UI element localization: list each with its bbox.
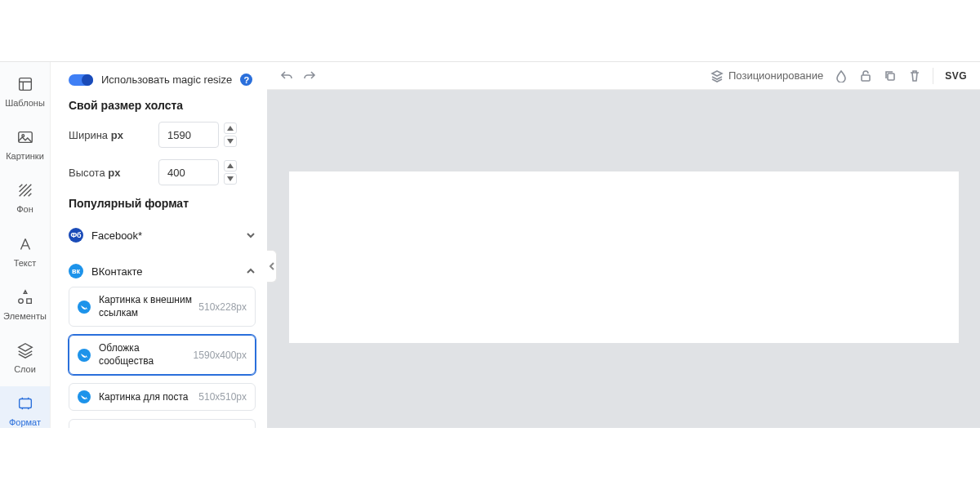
magic-resize-toggle[interactable] [69,74,93,86]
delete-button[interactable] [908,69,921,82]
svg-rect-5 [888,74,894,80]
vk-option-label: Картинка для поста [99,391,192,404]
rail-format-label: Формат [9,417,41,428]
trash-icon [908,69,921,82]
chevron-down-icon [246,230,256,240]
rail-templates-label: Шаблоны [5,98,45,109]
height-input[interactable] [158,159,219,185]
vk-label: ВКонтакте [91,265,246,278]
images-icon [16,128,34,146]
vk-option-dim: 1590x400px [194,350,247,361]
elements-icon [16,288,34,306]
copy-icon [884,69,897,82]
height-step-down[interactable] [224,173,237,185]
unlock-icon [859,69,872,82]
chevron-left-icon [270,262,274,270]
canvas-size-title: Свой размер холста [69,99,256,112]
rail-elements[interactable]: Элементы [0,280,50,333]
vk-option-external-link[interactable]: Картинка к внешним ссылкам 510x228px [69,287,256,327]
height-row: Высота px [69,159,256,185]
facebook-label: Facebook* [91,229,246,242]
magic-resize-label: Использовать magic resize [101,74,232,86]
toolbar-right: Позиционирование SVG [710,68,967,84]
vk-option-post-image[interactable]: Картинка для поста 510x510px [69,383,256,411]
format-icon [16,394,34,412]
redo-button[interactable] [303,69,316,82]
vk-icon [78,390,91,403]
svg-label: SVG [945,70,967,82]
duplicate-button[interactable] [884,69,897,82]
height-stepper [224,159,237,185]
height-step-up[interactable] [224,160,237,172]
canvas-toolbar: Позиционирование SVG [267,62,980,90]
facebook-header[interactable]: Фб Facebook* [69,220,256,251]
vk-option-label: Обложка сообщества [99,342,187,368]
svg-rect-0 [19,78,31,91]
positioning-label: Позиционирование [728,69,823,82]
popular-format-title: Популярный формат [69,197,256,210]
undo-button[interactable] [280,69,293,82]
main-row: Шаблоны Картинки Фон Текст Элементы Слои [0,62,980,490]
redo-icon [303,69,316,82]
layers-icon [710,69,724,82]
toggle-knob [82,74,93,86]
width-step-down[interactable] [224,136,237,147]
width-input[interactable] [158,122,219,148]
bottom-blank-area [0,428,980,490]
vk-badge: вк [69,264,83,278]
undo-redo-group [280,69,316,82]
rail-elements-label: Элементы [3,311,47,322]
toolbar-separator [933,68,933,84]
lock-button[interactable] [859,69,872,82]
vk-option-dim: 510x510px [198,391,247,403]
droplet-icon [835,69,848,82]
background-icon [16,181,34,199]
vk-icon [78,301,91,314]
vk-option-community-cover[interactable]: Обложка сообщества 1590x400px [69,335,256,375]
width-stepper [224,122,237,148]
vk-header[interactable]: вк ВКонтакте [69,256,256,287]
canvas-area: Позиционирование SVG 74% [267,62,980,490]
width-label: Ширина px [69,129,158,141]
panel-collapse-handle[interactable] [267,250,277,283]
width-step-up[interactable] [224,122,237,134]
help-icon[interactable]: ? [240,74,252,86]
format-panel: Использовать magic resize ? Свой размер … [51,62,267,490]
app-root: Шаблоны Картинки Фон Текст Элементы Слои [0,0,980,490]
rail-background-label: Фон [16,204,33,215]
positioning-button[interactable]: Позиционирование [710,69,823,82]
top-blank-area [0,0,980,62]
undo-icon [280,69,293,82]
rail-text-label: Текст [14,258,37,269]
left-rail: Шаблоны Картинки Фон Текст Элементы Слои [0,62,51,490]
vk-option-label: Картинка к внешним ссылкам [99,294,192,319]
svg-rect-3 [19,399,31,408]
canvas[interactable] [289,172,959,343]
rail-layers[interactable]: Слои [0,333,50,386]
magic-resize-row: Использовать magic resize ? [69,74,256,86]
format-group-facebook: Фб Facebook* [69,220,256,251]
chevron-up-icon [246,266,256,276]
rail-text[interactable]: Текст [0,227,50,280]
templates-icon [16,75,34,93]
height-label: Высота px [69,167,158,179]
rail-images-label: Картинки [6,151,44,162]
rail-images[interactable]: Картинки [0,120,50,173]
vk-option-dim: 510x228px [198,301,247,313]
vk-icon [78,349,91,362]
svg-rect-4 [862,75,870,81]
rail-layers-label: Слои [14,364,36,375]
rail-templates[interactable]: Шаблоны [0,67,50,120]
layers-icon [16,341,34,359]
rail-background[interactable]: Фон [0,173,50,226]
width-row: Ширина px [69,122,256,148]
opacity-button[interactable] [835,69,848,82]
text-icon [16,235,34,253]
facebook-badge: Фб [69,228,83,243]
